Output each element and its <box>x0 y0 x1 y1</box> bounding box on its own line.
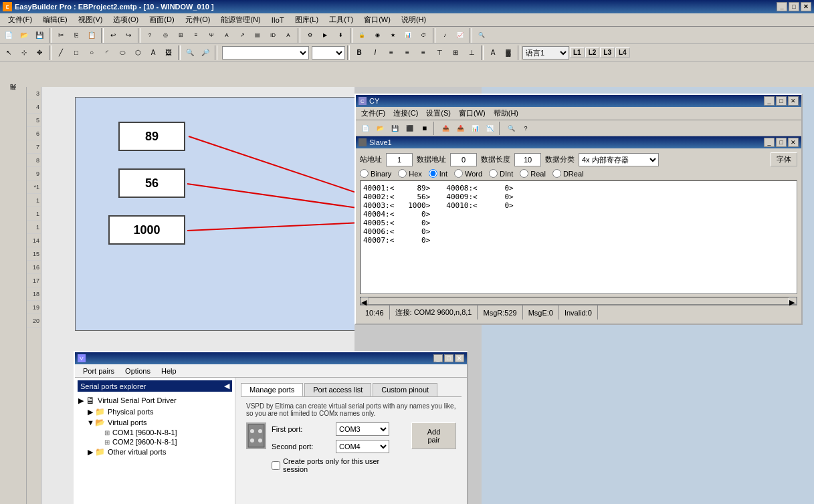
tab-port-access-list[interactable]: Port access list <box>304 383 371 396</box>
data-type-select[interactable]: 4x 内部寄存器 <box>579 153 659 166</box>
l4-button[interactable]: L4 <box>615 47 630 57</box>
slave-restore[interactable]: □ <box>776 138 787 147</box>
tb2-line[interactable]: ╱ <box>54 45 68 60</box>
tb-open[interactable]: 📂 <box>17 28 31 43</box>
vspd-menu-port-pairs[interactable]: Port pairs <box>78 366 120 376</box>
cy-minimize[interactable]: _ <box>764 96 775 106</box>
menu-view[interactable]: 视图(V) <box>73 13 108 26</box>
tb-btn7[interactable]: ↗ <box>235 28 249 43</box>
tb2-zoom-out[interactable]: 🔎 <box>198 45 213 60</box>
tb2-image[interactable]: 🖼 <box>161 45 176 60</box>
tb2-ellipse[interactable]: ⬭ <box>115 45 130 60</box>
tb-btn3[interactable]: ⊞ <box>173 28 188 43</box>
cy-menu-window[interactable]: 窗口(W) <box>455 107 490 120</box>
tb-misc1[interactable]: 🔒 <box>354 28 369 43</box>
sidebar-collapse-icon[interactable]: ◀ <box>224 382 229 390</box>
radio-int[interactable]: Int <box>429 169 447 178</box>
scroll-left[interactable]: ◀ <box>361 297 369 304</box>
cy-tb-save[interactable]: 💾 <box>388 122 401 135</box>
cy-tb-new[interactable]: 📄 <box>359 122 372 135</box>
tb-btn4[interactable]: ≡ <box>189 28 203 43</box>
tb-settings[interactable]: ⚙ <box>302 28 317 43</box>
add-pair-button[interactable]: Add pair <box>411 422 456 449</box>
tb2-select[interactable]: ⊹ <box>17 45 31 60</box>
data-addr-input[interactable] <box>450 153 477 166</box>
tree-item-driver[interactable]: ▶ 🖥 Virtual Serial Port Driver <box>78 394 232 406</box>
size-dropdown[interactable] <box>312 46 345 59</box>
tb2-arc[interactable]: ◜ <box>100 45 114 60</box>
tb-undo[interactable]: ↩ <box>106 28 120 43</box>
station-input[interactable] <box>386 153 413 166</box>
scroll-right[interactable]: ▶ <box>789 297 797 304</box>
tb2-bold[interactable]: B <box>352 45 367 60</box>
l3-button[interactable]: L3 <box>600 47 615 57</box>
tb-misc4[interactable]: 📊 <box>401 28 415 43</box>
menu-library[interactable]: 图库(L) <box>290 13 324 26</box>
tree-item-virtual[interactable]: ▼ 📂 Virtual ports <box>78 417 232 428</box>
l1-button[interactable]: L1 <box>570 47 585 57</box>
tree-item-other[interactable]: ▶ 📁 Other virtual ports <box>78 447 232 457</box>
tb2-align-center[interactable]: ≡ <box>400 45 415 60</box>
minimize-button[interactable]: _ <box>777 2 787 11</box>
cy-close[interactable]: ✕ <box>788 96 799 106</box>
tb-btn8[interactable]: ▤ <box>250 28 265 43</box>
cy-tb-read[interactable]: 📤 <box>439 122 452 135</box>
cy-tb-stop[interactable]: ⏹ <box>417 122 431 135</box>
maximize-button[interactable]: □ <box>789 2 799 11</box>
horizontal-scrollbar[interactable]: ◀ ▶ <box>360 297 797 305</box>
cy-tb-monitor[interactable]: 📊 <box>468 122 482 135</box>
tab-manage-ports[interactable]: Manage ports <box>241 383 303 396</box>
close-button[interactable]: ✕ <box>801 2 811 11</box>
tb-misc3[interactable]: ★ <box>385 28 400 43</box>
tree-item-com2[interactable]: ⊞ COM2 [9600-N-8-1] <box>78 437 232 447</box>
radio-dreal[interactable]: DReal <box>552 169 584 178</box>
tb-save[interactable]: 💾 <box>32 28 47 43</box>
font-dropdown[interactable] <box>222 46 309 59</box>
menu-window[interactable]: 窗口(W) <box>359 13 396 26</box>
menu-edit[interactable]: 编辑(E) <box>37 13 73 26</box>
tb2-zoom-in[interactable]: 🔍 <box>183 45 197 60</box>
tb2-color[interactable]: A <box>486 45 500 60</box>
tb2-circle[interactable]: ○ <box>84 45 99 60</box>
tb-btn9[interactable]: ID <box>266 28 280 43</box>
cy-menu-file[interactable]: 文件(F) <box>357 107 389 120</box>
tb2-bg-color[interactable]: ▓ <box>501 45 516 60</box>
tb2-align-mid[interactable]: ⊞ <box>448 45 463 60</box>
radio-binary[interactable]: Binary <box>360 169 391 178</box>
tb2-italic[interactable]: I <box>368 45 383 60</box>
tb-new[interactable]: 📄 <box>1 28 16 43</box>
radio-real[interactable]: Real <box>520 169 546 178</box>
cy-tb-chart[interactable]: 📉 <box>483 122 496 135</box>
tb-copy[interactable]: ⎘ <box>69 28 84 43</box>
tree-item-com1[interactable]: ⊞ COM1 [9600-N-8-1] <box>78 428 232 437</box>
radio-dint[interactable]: DInt <box>489 169 513 178</box>
second-port-select[interactable]: COM4 <box>336 440 389 453</box>
tb-cut[interactable]: ✂ <box>54 28 68 43</box>
tb-search[interactable]: 🔍 <box>474 28 489 43</box>
tb-btn6[interactable]: A <box>219 28 234 43</box>
data-len-input[interactable] <box>514 153 541 166</box>
tb-music[interactable]: ♪ <box>437 28 452 43</box>
tb2-cursor[interactable]: ↖ <box>1 45 16 60</box>
tb2-move[interactable]: ✥ <box>32 45 47 60</box>
cy-tb-write[interactable]: 📥 <box>453 122 467 135</box>
radio-hex[interactable]: Hex <box>398 169 422 178</box>
vspd-maximize[interactable]: □ <box>444 354 453 362</box>
tb-misc2[interactable]: ◉ <box>370 28 385 43</box>
menu-file[interactable]: 文件(F) <box>3 13 37 26</box>
tb-btn2[interactable]: ◎ <box>158 28 173 43</box>
tb-btn10[interactable]: A <box>281 28 296 43</box>
tb2-align-right[interactable]: ≡ <box>416 45 431 60</box>
tb-compile[interactable]: ▶ <box>318 28 332 43</box>
tb-btn1[interactable]: ? <box>142 28 157 43</box>
language-select[interactable]: 语言1 <box>522 46 569 59</box>
menu-options[interactable]: 选项(O) <box>108 13 144 26</box>
slave-minimize[interactable]: _ <box>764 138 775 147</box>
cy-menu-help[interactable]: 帮助(H) <box>490 107 522 120</box>
menu-iiot[interactable]: IIoT <box>266 15 290 25</box>
tb2-align-bottom[interactable]: ⊥ <box>464 45 479 60</box>
tb2-align-left[interactable]: ≡ <box>384 45 399 60</box>
vspd-menu-help[interactable]: Help <box>156 366 182 376</box>
tb-redo[interactable]: ↪ <box>121 28 136 43</box>
tb2-polygon[interactable]: ⬡ <box>130 45 145 60</box>
